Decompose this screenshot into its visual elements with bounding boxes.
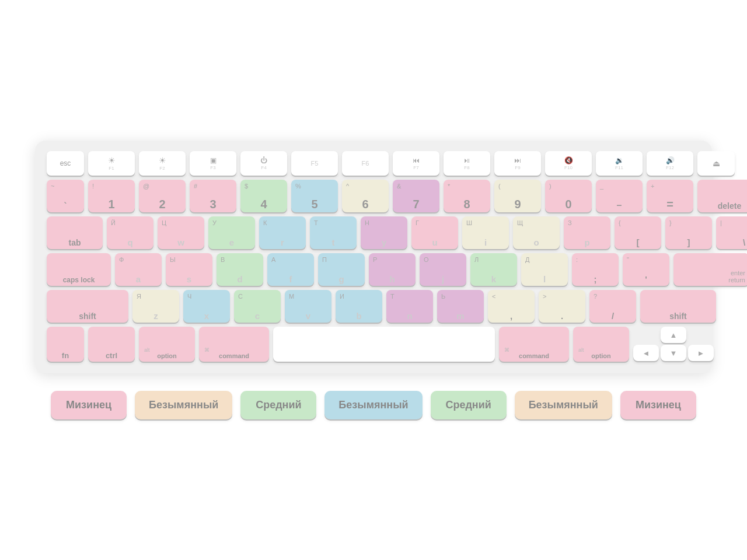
key-o[interactable]: Щ o (513, 216, 560, 249)
key-g[interactable]: П g (318, 253, 365, 286)
key-option-right[interactable]: alt option (573, 327, 629, 362)
key-e[interactable]: У e (208, 216, 255, 249)
number-row: ~ ` ! 1 @ 2 # 3 $ 4 % 5 ^ 6 & 7 (47, 180, 700, 212)
key-8[interactable]: * 8 (444, 180, 490, 212)
key-f11[interactable]: 🔉F11 (596, 151, 643, 176)
key-minus[interactable]: _ – (596, 180, 643, 212)
key-x[interactable]: Ч x (183, 290, 230, 323)
key-f2[interactable]: ☀F2 (139, 151, 186, 176)
key-command-right[interactable]: ⌘ command (499, 327, 569, 362)
key-command-left[interactable]: ⌘ command (199, 327, 269, 362)
key-arrow-down[interactable]: ▼ (661, 345, 686, 361)
legend-row: Мизинец Безымянный Средний Безымянный Ср… (51, 391, 696, 419)
key-l[interactable]: Д l (521, 253, 568, 286)
key-s[interactable]: Ы s (166, 253, 212, 286)
key-capslock[interactable]: caps lock (47, 253, 111, 286)
key-f6[interactable]: F6 (342, 151, 389, 176)
key-9[interactable]: ( 9 (494, 180, 541, 212)
key-f5[interactable]: F5 (291, 151, 338, 176)
zxcv-row: shift Я z Ч x С c М v И b Т n Ь m (47, 290, 700, 323)
key-f8[interactable]: ⏯F8 (444, 151, 490, 176)
key-f[interactable]: А f (267, 253, 314, 286)
key-6[interactable]: ^ 6 (342, 180, 389, 212)
key-lbracket[interactable]: { [ (615, 216, 661, 249)
key-f7[interactable]: ⏮F7 (393, 151, 439, 176)
key-n[interactable]: Т n (386, 290, 433, 323)
legend-middle-left: Средний (240, 391, 316, 419)
key-slash[interactable]: ? / (589, 290, 636, 323)
key-fn[interactable]: fn (47, 327, 84, 362)
key-0[interactable]: ) 0 (545, 180, 592, 212)
key-tab[interactable]: tab (47, 216, 103, 249)
fn-row: esc ☀F1 ☀F2 ▣F3 ⏻F4 F5 F6 ⏮F7 ⏯F8 ⏭F9 🔇 (47, 151, 700, 176)
key-z[interactable]: Я z (132, 290, 179, 323)
key-shift-right[interactable]: shift (640, 290, 716, 323)
key-arrow-left[interactable]: ◄ (633, 345, 659, 361)
key-k[interactable]: Л k (470, 253, 517, 286)
key-f1[interactable]: ☀F1 (88, 151, 135, 176)
key-f10[interactable]: 🔇F10 (545, 151, 592, 176)
arrow-cluster: ▲ ◄ ▼ ► (633, 327, 714, 362)
keyboard: esc ☀F1 ☀F2 ▣F3 ⏻F4 F5 F6 ⏮F7 ⏯F8 ⏭F9 🔇 (35, 141, 712, 373)
key-i[interactable]: Ш i (462, 216, 509, 249)
key-eject[interactable]: ⏏ (697, 151, 735, 176)
key-r[interactable]: К r (259, 216, 306, 249)
legend-pinky-left: Мизинец (51, 391, 127, 419)
key-y[interactable]: Н y (361, 216, 407, 249)
key-tilde[interactable]: ~ ` (47, 180, 84, 212)
key-rbracket[interactable]: } ] (665, 216, 712, 249)
legend-index: Безымянный (324, 391, 422, 419)
key-1[interactable]: ! 1 (88, 180, 135, 212)
key-c[interactable]: С c (234, 290, 281, 323)
key-a[interactable]: Ф a (115, 253, 162, 286)
key-ctrl[interactable]: ctrl (88, 327, 135, 362)
key-q[interactable]: Й q (107, 216, 153, 249)
key-period[interactable]: > . (539, 290, 585, 323)
key-b[interactable]: И b (336, 290, 382, 323)
legend-pinky-right: Мизинец (620, 391, 696, 419)
legend-ring-left: Безымянный (135, 391, 232, 419)
key-m[interactable]: Ь m (437, 290, 484, 323)
key-t[interactable]: Т t (310, 216, 357, 249)
qwerty-row: tab Й q Ц w У e К r Т t Н y Г u (47, 216, 700, 249)
key-3[interactable]: # 3 (190, 180, 236, 212)
key-esc[interactable]: esc (47, 151, 84, 176)
asdf-row: caps lock Ф a Ы s В d А f П g Р h О j (47, 253, 700, 286)
key-enter[interactable]: enter return (673, 253, 747, 286)
key-f4[interactable]: ⏻F4 (240, 151, 287, 176)
key-quote[interactable]: " ' (623, 253, 669, 286)
key-shift-left[interactable]: shift (47, 290, 128, 323)
key-d[interactable]: В d (217, 253, 263, 286)
key-semicolon[interactable]: : ; (572, 253, 619, 286)
key-7[interactable]: & 7 (393, 180, 439, 212)
key-comma[interactable]: < , (488, 290, 535, 323)
key-4[interactable]: $ 4 (240, 180, 287, 212)
key-option-left[interactable]: alt option (139, 327, 195, 362)
key-p[interactable]: З p (564, 216, 610, 249)
key-2[interactable]: @ 2 (139, 180, 186, 212)
key-equals[interactable]: + = (647, 180, 693, 212)
key-f3[interactable]: ▣F3 (190, 151, 236, 176)
key-w[interactable]: Ц w (158, 216, 204, 249)
key-v[interactable]: М v (285, 290, 331, 323)
legend-middle-right: Средний (431, 391, 507, 419)
key-f12[interactable]: 🔊F12 (647, 151, 693, 176)
bottom-row: fn ctrl alt option ⌘ command ⌘ command a… (47, 327, 700, 362)
key-delete[interactable]: delete (697, 180, 747, 212)
key-h[interactable]: Р h (369, 253, 416, 286)
key-arrow-right[interactable]: ► (688, 345, 714, 361)
key-5[interactable]: % 5 (291, 180, 338, 212)
key-space[interactable] (273, 327, 495, 362)
key-f9[interactable]: ⏭F9 (494, 151, 541, 176)
key-u[interactable]: Г u (411, 216, 458, 249)
key-arrow-up[interactable]: ▲ (661, 327, 686, 343)
legend-ring-right: Безымянный (515, 391, 612, 419)
key-j[interactable]: О j (420, 253, 466, 286)
key-backslash[interactable]: | \ (716, 216, 747, 249)
